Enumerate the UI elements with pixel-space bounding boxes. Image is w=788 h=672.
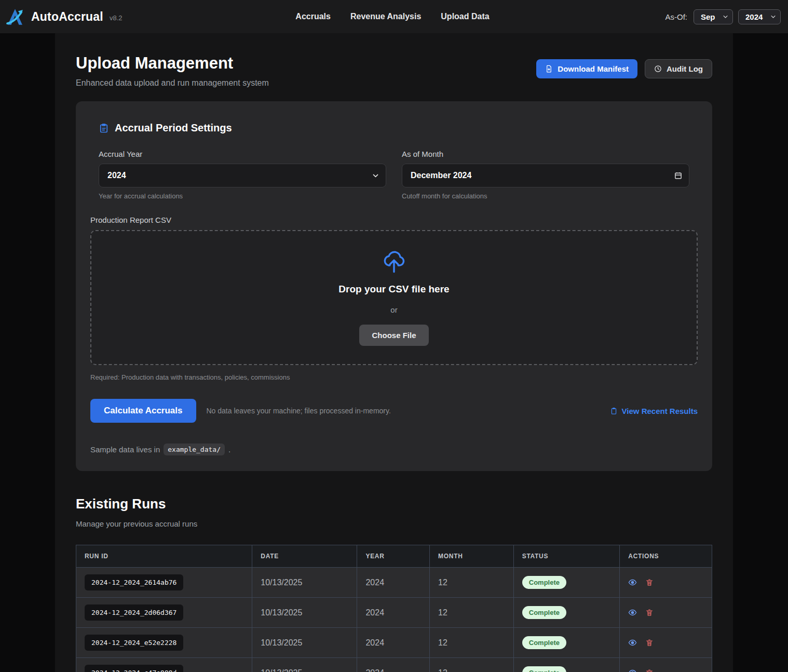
nav-revenue-analysis[interactable]: Revenue Analysis <box>350 12 421 21</box>
run-month: 12 <box>430 628 514 658</box>
cloud-upload-icon <box>381 249 407 275</box>
sample-data-note: Sample data lives in example_data/ . <box>90 443 698 455</box>
run-date: 10/13/2025 <box>252 658 357 672</box>
calendar-icon <box>674 172 682 180</box>
main-nav: Accruals Revenue Analysis Upload Data <box>295 12 489 21</box>
run-year: 2024 <box>357 598 430 628</box>
col-actions: ACTIONS <box>620 545 712 568</box>
run-month: 12 <box>430 598 514 628</box>
as-of-month-input[interactable]: December 2024 <box>402 164 689 187</box>
view-run-icon[interactable] <box>628 638 637 647</box>
run-row: 2024-12_2024_e52e2228 10/13/2025 2024 12… <box>76 628 712 658</box>
runs-table: RUN ID DATE YEAR MONTH STATUS ACTIONS 20… <box>76 545 712 672</box>
audit-log-label: Audit Log <box>667 64 703 73</box>
nav-accruals[interactable]: Accruals <box>295 12 331 21</box>
choose-file-button[interactable]: Choose File <box>359 325 428 346</box>
as-of-year-select[interactable]: 2024 <box>738 9 781 24</box>
run-id-pill: 2024-12_2024_e52e2228 <box>85 635 183 651</box>
page-title: Upload Management <box>76 54 269 73</box>
privacy-note: No data leaves your machine; files proce… <box>207 407 391 415</box>
accrual-settings-card: Accrual Period Settings Accrual Year 202… <box>76 101 712 471</box>
page-subtitle: Enhanced data upload and run management … <box>76 78 269 88</box>
clock-icon <box>654 65 662 73</box>
download-manifest-button[interactable]: Download Manifest <box>536 59 637 78</box>
as-of-year-select-wrap: 2024 <box>738 9 781 24</box>
existing-runs-subtitle: Manage your previous accrual runs <box>76 519 712 528</box>
clipboard-calendar-icon <box>99 123 109 133</box>
run-date: 10/13/2025 <box>252 598 357 628</box>
col-status: STATUS <box>513 545 620 568</box>
sample-path-code: example_data/ <box>164 443 225 455</box>
run-row: 2024-12_2024_c47e989d 10/13/2025 2024 12… <box>76 658 712 672</box>
card-heading: Accrual Period Settings <box>115 122 232 134</box>
run-id-pill: 2024-12_2024_2d06d367 <box>85 604 183 621</box>
accrual-year-value: 2024 <box>107 171 126 180</box>
run-year: 2024 <box>357 628 430 658</box>
view-run-icon[interactable] <box>628 668 637 672</box>
csv-helper-text: Required: Production data with transacti… <box>90 373 698 381</box>
col-year: YEAR <box>357 545 430 568</box>
app-logo-icon <box>4 6 26 28</box>
runs-table-header-row: RUN ID DATE YEAR MONTH STATUS ACTIONS <box>76 545 712 568</box>
csv-dropzone[interactable]: Drop your CSV file here or Choose File <box>90 230 698 365</box>
existing-runs-heading: Existing Runs <box>76 496 712 512</box>
download-manifest-label: Download Manifest <box>558 64 629 73</box>
accrual-year-label: Accrual Year <box>99 150 386 158</box>
calculate-accruals-button[interactable]: Calculate Accruals <box>90 399 196 423</box>
brand-name: AutoAccrual <box>31 10 103 24</box>
status-badge: Complete <box>522 576 566 589</box>
runs-table-body: 2024-12_2024_2614ab76 10/13/2025 2024 12… <box>76 568 712 672</box>
run-row: 2024-12_2024_2d06d367 10/13/2025 2024 12… <box>76 598 712 628</box>
run-date: 10/13/2025 <box>252 628 357 658</box>
audit-log-button[interactable]: Audit Log <box>645 59 712 78</box>
clipboard-icon <box>610 407 618 415</box>
as-of-month-select-wrap: Sep <box>694 9 733 24</box>
version-badge: v8.2 <box>110 14 123 22</box>
as-of-label: As-Of: <box>665 12 688 21</box>
status-badge: Complete <box>522 606 566 619</box>
status-badge: Complete <box>522 636 566 649</box>
as-of-month-helper: Cutoff month for calculations <box>402 192 689 200</box>
accrual-year-helper: Year for accrual calculations <box>99 192 386 200</box>
delete-run-icon[interactable] <box>645 668 654 672</box>
run-month: 12 <box>430 568 514 598</box>
as-of-month-label: As of Month <box>402 150 689 158</box>
accrual-year-select[interactable]: 2024 <box>99 164 386 187</box>
col-run-id: RUN ID <box>76 545 252 568</box>
dropzone-title: Drop your CSV file here <box>338 284 449 295</box>
view-run-icon[interactable] <box>628 608 637 617</box>
main-content: Upload Management Enhanced data upload a… <box>55 33 733 672</box>
run-id-pill: 2024-12_2024_c47e989d <box>85 665 183 672</box>
run-date: 10/13/2025 <box>252 568 357 598</box>
run-year: 2024 <box>357 658 430 672</box>
run-month: 12 <box>430 658 514 672</box>
delete-run-icon[interactable] <box>645 608 654 617</box>
dropzone-or: or <box>390 305 397 314</box>
sample-suffix: . <box>228 445 230 454</box>
run-year: 2024 <box>357 568 430 598</box>
delete-run-icon[interactable] <box>645 578 654 587</box>
col-date: DATE <box>252 545 357 568</box>
sample-prefix: Sample data lives in <box>90 445 160 454</box>
as-of-month-select[interactable]: Sep <box>694 9 733 24</box>
col-month: MONTH <box>430 545 514 568</box>
delete-run-icon[interactable] <box>645 638 654 647</box>
chevron-down-icon <box>372 172 379 179</box>
app-header: AutoAccrual v8.2 Accruals Revenue Analys… <box>0 0 788 33</box>
nav-upload-data[interactable]: Upload Data <box>441 12 489 21</box>
file-download-icon <box>545 65 553 73</box>
run-row: 2024-12_2024_2614ab76 10/13/2025 2024 12… <box>76 568 712 598</box>
status-badge: Complete <box>522 666 566 672</box>
production-csv-label: Production Report CSV <box>90 216 698 224</box>
view-run-icon[interactable] <box>628 578 637 587</box>
run-id-pill: 2024-12_2024_2614ab76 <box>85 574 183 590</box>
view-recent-results-link[interactable]: View Recent Results <box>610 407 698 415</box>
as-of-month-value: December 2024 <box>411 171 471 180</box>
view-recent-results-label: View Recent Results <box>622 407 698 415</box>
